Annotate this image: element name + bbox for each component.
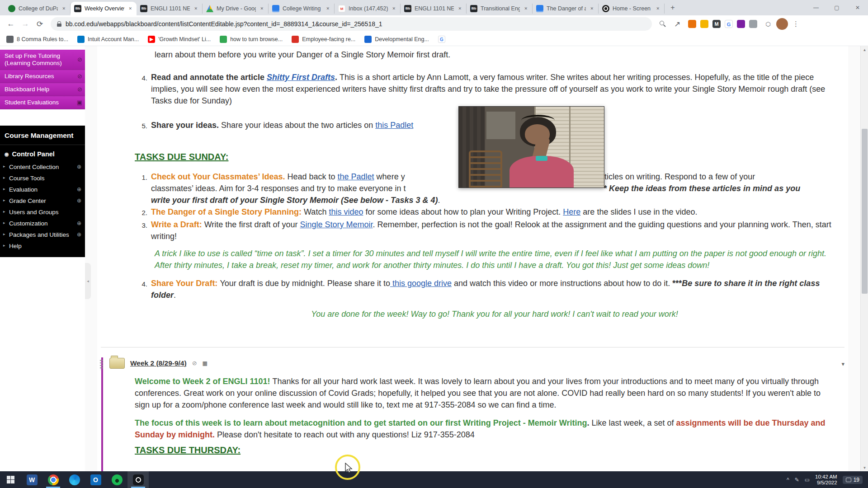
bookmark-favicon	[220, 36, 227, 43]
item-options-chevron[interactable]: ▾	[841, 358, 844, 370]
spotify-app-icon[interactable]	[106, 471, 127, 488]
scroll-up-arrow-icon[interactable]: ▲	[861, 46, 868, 53]
bookmark-item[interactable]: Intuit Account Man...	[77, 36, 139, 43]
word-app-icon[interactable]: W	[21, 471, 42, 488]
sidebar-item-blackboard-help[interactable]: Blackboard Help⊘	[0, 83, 85, 96]
control-panel-item-users-and-groups[interactable]: ▸Users and Groups	[0, 206, 85, 218]
sidebar-item-set-up-free-tutoring-learning-commons[interactable]: Set up Free Tutoring (Learning Commons)⊘	[0, 50, 85, 70]
week-2-title-row: Week 2 (8/29-9/4) ⊘ ▦ ▾	[109, 357, 848, 369]
extension-gray-icon[interactable]	[749, 20, 757, 28]
spotify-app-icon	[112, 474, 123, 485]
control-panel-item-help[interactable]: ▸Help	[0, 240, 85, 252]
taskbar-clock[interactable]: 10:42 AM 9/5/2022	[815, 474, 837, 486]
tab-close-icon[interactable]: ✕	[457, 5, 462, 12]
link-this-video[interactable]: this video	[329, 207, 363, 216]
tab-close-icon[interactable]: ✕	[259, 5, 264, 12]
reload-icon[interactable]: ⟳	[33, 18, 46, 30]
extension-orange-icon[interactable]	[688, 20, 696, 28]
edge-app-icon[interactable]	[64, 471, 85, 488]
tab-close-icon[interactable]: ✕	[193, 5, 198, 12]
chrome-app-icon[interactable]	[42, 471, 64, 488]
link-single-story-memoir[interactable]: Single Story Memoir	[300, 220, 373, 229]
control-panel-item-customization[interactable]: ▸Customization⊕	[0, 218, 85, 229]
control-panel-item-course-tools[interactable]: ▸Course Tools	[0, 173, 85, 184]
puzzle-icon[interactable]: ⬡	[762, 18, 774, 30]
extension-purple-icon[interactable]	[737, 20, 745, 28]
page-scrollbar[interactable]: ▲ ▼	[860, 46, 868, 471]
zoom-icon[interactable]	[656, 18, 669, 30]
new-tab-button[interactable]: +	[666, 1, 679, 14]
tray-chevron-up-icon[interactable]: ^	[787, 477, 789, 483]
window-close-button[interactable]: ✕	[847, 0, 868, 15]
week-2-title-link[interactable]: Week 2 (8/29-9/4)	[130, 357, 187, 369]
tab-close-icon[interactable]: ✕	[655, 5, 660, 12]
bookmark-item[interactable]: ▶'Growth Mindset' Li...	[148, 36, 211, 43]
scrollbar-thumb[interactable]	[862, 129, 868, 294]
back-icon[interactable]: ←	[5, 18, 17, 30]
browser-tab[interactable]: The Danger of a Si...✕	[533, 4, 599, 14]
touch-keyboard-icon[interactable]: ▭	[805, 477, 810, 483]
scroll-down-arrow-icon[interactable]: ▼	[861, 464, 868, 471]
tab-close-icon[interactable]: ✕	[391, 5, 396, 12]
link-here-slides[interactable]: Here	[563, 207, 580, 216]
browser-tab[interactable]: BbWeekly Overview -...✕	[71, 2, 137, 15]
browser-tab[interactable]: MInbox (147,452) -...✕	[335, 4, 401, 14]
open-submenu-icon[interactable]: ⊕	[77, 220, 81, 226]
pen-icon[interactable]: ✎	[795, 477, 799, 483]
notification-badge[interactable]: 19	[843, 476, 863, 484]
control-panel-item-packages-and-utilities[interactable]: ▸Packages and Utilities⊕	[0, 229, 85, 240]
bookmark-item[interactable]: G	[438, 36, 445, 43]
webcam-overlay[interactable]	[458, 106, 604, 188]
browser-tab[interactable]: College Writing✕	[269, 4, 335, 14]
browser-tab[interactable]: Home - Screen Re...✕	[599, 4, 665, 14]
bb-favicon: Bb	[74, 5, 81, 12]
tab-title: ENGLI 1101 NET 1...	[415, 5, 454, 12]
browser-tab[interactable]: BbENGLI 1101 NET 1...✕	[401, 4, 467, 14]
course-management-title: Course Management	[0, 126, 85, 145]
sidebar-collapse-handle[interactable]: ◂	[85, 263, 91, 299]
screen-recorder-app-icon[interactable]	[127, 471, 149, 488]
sidebar-item-library-resources[interactable]: Library Resources⊘	[0, 70, 85, 83]
control-panel-item-grade-center[interactable]: ▸Grade Center⊕	[0, 195, 85, 206]
browser-menu-icon[interactable]: ⋮	[790, 20, 802, 28]
window-minimize-button[interactable]: —	[806, 0, 826, 15]
open-submenu-icon[interactable]: ⊕	[77, 164, 81, 170]
start-button[interactable]	[0, 471, 21, 488]
profile-avatar[interactable]	[776, 18, 788, 30]
extension-google-icon[interactable]: G	[725, 20, 733, 28]
extension-yellow-icon[interactable]	[700, 20, 708, 28]
link-shitty-first-drafts[interactable]: Shitty First Drafts	[267, 73, 335, 82]
link-google-drive[interactable]: this google drive	[390, 279, 452, 288]
address-bar[interactable]: bb.cod.edu/webapps/blackboard/content/li…	[51, 17, 652, 31]
extension-mail-icon[interactable]: M	[712, 20, 721, 28]
control-panel-item-evaluation[interactable]: ▸Evaluation⊕	[0, 184, 85, 195]
external-link-icon: ▣	[77, 99, 82, 106]
link-the-padlet[interactable]: the Padlet	[338, 172, 374, 181]
browser-tab[interactable]: College of DuPage...✕	[5, 4, 71, 14]
outlook-app-icon[interactable]: O	[85, 471, 106, 488]
drag-handle[interactable]	[99, 359, 104, 370]
open-submenu-icon[interactable]: ⊕	[77, 186, 81, 192]
tab-close-icon[interactable]: ✕	[127, 5, 133, 12]
cod-favicon	[8, 5, 15, 12]
control-panel-item-content-collection[interactable]: ▸Content Collection⊕	[0, 161, 85, 173]
open-submenu-icon[interactable]: ⊕	[77, 197, 81, 204]
browser-tab[interactable]: BbENGLI 1101 NET 3...✕	[137, 4, 203, 14]
browser-tab[interactable]: My Drive - Googl...✕	[203, 4, 269, 14]
bookmark-item[interactable]: Developmental Eng...	[364, 36, 429, 43]
link-this-padlet[interactable]: this Padlet	[375, 121, 413, 130]
control-panel-header[interactable]: ◉ Control Panel	[0, 145, 85, 161]
tab-close-icon[interactable]: ✕	[589, 5, 594, 12]
bookmark-item[interactable]: 8 Comma Rules to...	[6, 36, 68, 43]
bookmark-item[interactable]: how to turn browse...	[220, 36, 283, 43]
tab-close-icon[interactable]: ✕	[523, 5, 528, 12]
hidden-from-students-icon: ⊘	[192, 357, 197, 369]
sidebar-item-student-evaluations[interactable]: Student Evaluations▣	[0, 96, 85, 109]
window-maximize-button[interactable]: ▢	[826, 0, 847, 15]
tab-close-icon[interactable]: ✕	[325, 5, 330, 12]
open-submenu-icon[interactable]: ⊕	[77, 231, 81, 238]
bookmark-item[interactable]: Employee-facing re...	[292, 36, 355, 43]
tab-close-icon[interactable]: ✕	[61, 5, 66, 12]
share-icon[interactable]: ↗	[671, 18, 684, 30]
browser-tab[interactable]: BbTransitional Englis...✕	[467, 4, 533, 14]
